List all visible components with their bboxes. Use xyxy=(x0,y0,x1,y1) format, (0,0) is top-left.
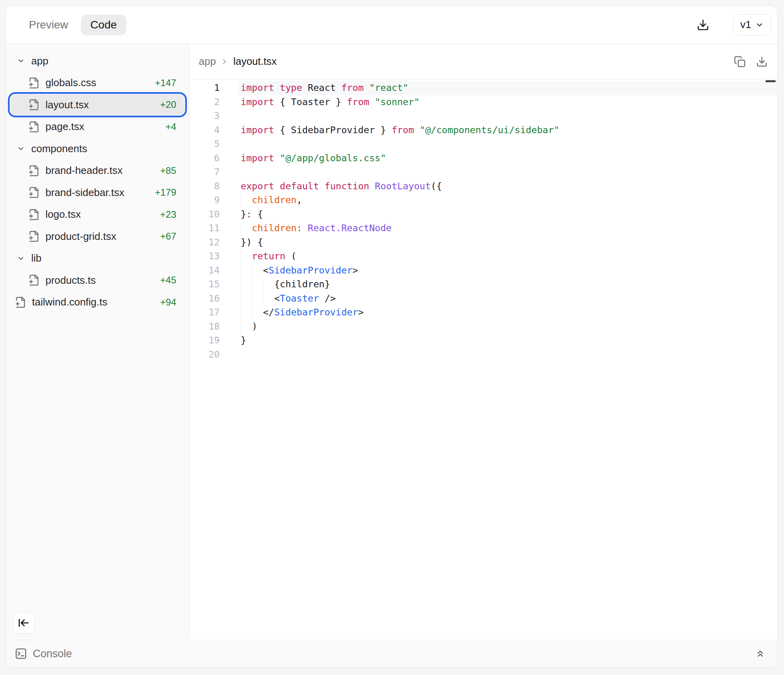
breadcrumb: app layout.tsx xyxy=(189,44,777,79)
line-number: 1 xyxy=(189,81,238,95)
chevrons-up-icon[interactable] xyxy=(755,649,765,659)
code-line-13: 13return ( xyxy=(189,249,777,264)
line-content: ) xyxy=(238,320,777,334)
tree-item-brand-sidebar-tsx[interactable]: brand-sidebar.tsx+179 xyxy=(11,183,184,202)
line-number: 2 xyxy=(189,95,238,109)
tree-item-layout-tsx[interactable]: layout.tsx+20 xyxy=(11,95,184,115)
top-toolbar: Preview Code v1 xyxy=(6,6,777,44)
file-plus-icon xyxy=(28,230,40,242)
line-content: import { SidebarProvider } from "@/compo… xyxy=(238,123,777,138)
file-name: brand-sidebar.tsx xyxy=(45,187,124,199)
diff-added-badge: +20 xyxy=(160,99,176,110)
tab-preview[interactable]: Preview xyxy=(19,15,78,35)
version-label: v1 xyxy=(741,19,751,31)
folder-name: lib xyxy=(31,252,41,264)
tree-item-tailwind-config-ts[interactable]: tailwind.config.ts+94 xyxy=(11,292,184,312)
diff-added-badge: +23 xyxy=(160,209,176,220)
tree-item-globals-css[interactable]: globals.css+147 xyxy=(11,73,184,93)
line-content: </SidebarProvider> xyxy=(238,305,777,320)
diff-added-badge: +67 xyxy=(160,231,176,242)
line-content: children: React.ReactNode xyxy=(238,221,777,236)
line-number: 15 xyxy=(189,277,238,292)
file-name: layout.tsx xyxy=(45,99,89,111)
line-content: children, xyxy=(238,193,777,207)
code-line-5: 5 xyxy=(189,137,777,151)
indent-guide xyxy=(252,292,263,306)
chevron-down-icon xyxy=(17,145,25,153)
file-name: product-grid.tsx xyxy=(45,230,116,243)
scrollbar-thumb[interactable] xyxy=(765,80,776,82)
code-line-11: 11children: React.ReactNode xyxy=(189,221,777,236)
tree-item-products-ts[interactable]: products.ts+45 xyxy=(11,270,184,290)
tree-item-app[interactable]: app xyxy=(11,51,184,71)
line-number: 9 xyxy=(189,193,238,207)
folder-name: app xyxy=(31,55,48,67)
line-content: {children} xyxy=(238,277,777,292)
tree-item-logo-tsx[interactable]: logo.tsx+23 xyxy=(11,205,184,224)
file-name: page.tsx xyxy=(45,121,84,133)
line-number: 14 xyxy=(189,264,238,278)
tree-item-product-grid-tsx[interactable]: product-grid.tsx+67 xyxy=(11,226,184,246)
breadcrumb-folder[interactable]: app xyxy=(199,55,216,68)
panel-left-close-icon xyxy=(18,617,30,629)
line-content: import type React from "react" xyxy=(238,81,777,95)
copy-icon xyxy=(734,56,746,68)
indent-guide xyxy=(241,277,252,292)
line-content: export default function RootLayout({ xyxy=(238,179,777,194)
code-line-14: 14<SidebarProvider> xyxy=(189,264,777,278)
tree-item-page-tsx[interactable]: page.tsx+4 xyxy=(11,117,184,137)
code-line-1: 1import type React from "react" xyxy=(189,81,777,95)
indent-guide xyxy=(252,264,263,278)
indent-guide xyxy=(263,277,274,292)
download-project-button[interactable] xyxy=(697,19,709,31)
line-content: <SidebarProvider> xyxy=(238,264,777,278)
diff-added-badge: +45 xyxy=(160,275,176,286)
line-content xyxy=(238,348,777,362)
file-actions xyxy=(734,56,768,68)
file-plus-icon xyxy=(28,274,40,286)
line-content xyxy=(238,165,777,179)
code-viewport: 1import type React from "react"2import {… xyxy=(189,79,777,640)
file-name: products.ts xyxy=(45,274,96,287)
line-number: 19 xyxy=(189,334,238,348)
download-file-button[interactable] xyxy=(756,56,768,68)
folder-name: components xyxy=(31,143,87,155)
line-number: 16 xyxy=(189,292,238,306)
tree-item-brand-header-tsx[interactable]: brand-header.tsx+85 xyxy=(11,161,184,181)
line-content xyxy=(238,137,777,151)
collapse-sidebar-button[interactable] xyxy=(13,613,34,634)
file-plus-icon xyxy=(28,99,40,111)
code-line-17: 17</SidebarProvider> xyxy=(189,305,777,320)
indent-guide xyxy=(241,305,252,320)
indent-guide xyxy=(241,292,252,306)
line-number: 7 xyxy=(189,165,238,179)
tree-item-lib[interactable]: lib xyxy=(11,249,184,268)
file-tree-sidebar: appglobals.css+147layout.tsx+20page.tsx+… xyxy=(6,44,189,640)
file-plus-icon xyxy=(28,77,40,89)
tree-item-components[interactable]: components xyxy=(11,139,184,158)
file-plus-icon xyxy=(28,165,40,177)
main-area: appglobals.css+147layout.tsx+20page.tsx+… xyxy=(6,44,777,640)
line-number: 18 xyxy=(189,320,238,334)
indent-guide xyxy=(252,305,263,320)
indent-guide xyxy=(252,277,263,292)
line-number: 5 xyxy=(189,137,238,151)
line-number: 17 xyxy=(189,305,238,320)
chevron-down-icon xyxy=(755,21,764,29)
line-number: 3 xyxy=(189,109,238,123)
tab-code[interactable]: Code xyxy=(81,15,126,35)
file-plus-icon xyxy=(28,209,40,221)
version-dropdown[interactable]: v1 xyxy=(733,14,771,36)
code-editor-panel: app layout.tsx xyxy=(189,44,777,640)
file-name: brand-header.tsx xyxy=(45,164,122,177)
file-name: globals.css xyxy=(45,77,96,89)
diff-added-badge: +179 xyxy=(155,187,176,198)
line-number: 4 xyxy=(189,123,238,138)
line-content: }) { xyxy=(238,236,777,250)
copy-code-button[interactable] xyxy=(734,56,746,68)
console-bar[interactable]: Console xyxy=(6,640,777,668)
line-content: }: { xyxy=(238,207,777,222)
terminal-icon xyxy=(15,647,27,660)
code-line-20: 20 xyxy=(189,348,777,362)
indent-guide xyxy=(241,264,252,278)
